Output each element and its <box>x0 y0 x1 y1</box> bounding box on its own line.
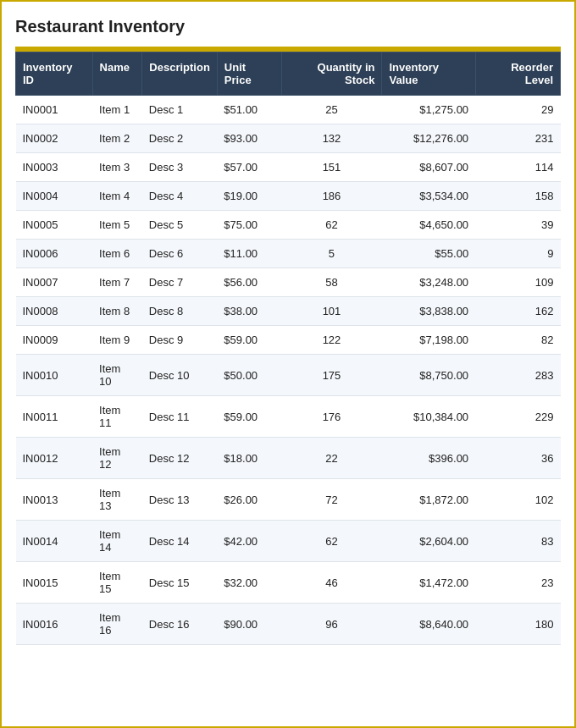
cell-desc: Desc 13 <box>142 479 218 521</box>
cell-unit-price: $59.00 <box>217 396 281 438</box>
cell-desc: Desc 5 <box>142 211 218 240</box>
table-row: IN0005Item 5Desc 5$75.0062$4,650.0039 <box>16 211 561 240</box>
cell-inv-value: $8,607.00 <box>382 153 475 182</box>
cell-inv-value: $55.00 <box>382 240 475 268</box>
cell-reorder: 162 <box>475 297 560 326</box>
table-row: IN0001Item 1Desc 1$51.0025$1,275.0029 <box>16 96 561 124</box>
cell-reorder: 109 <box>475 268 560 297</box>
table-row: IN0004Item 4Desc 4$19.00186$3,534.00158 <box>16 182 561 211</box>
cell-qty: 96 <box>281 604 382 645</box>
table-body: IN0001Item 1Desc 1$51.0025$1,275.0029IN0… <box>16 96 561 645</box>
cell-reorder: 114 <box>475 153 560 182</box>
col-header-desc: Description <box>142 52 218 96</box>
cell-reorder: 29 <box>475 96 560 124</box>
cell-inv-value: $8,750.00 <box>382 355 475 396</box>
cell-name: Item 1 <box>92 96 142 124</box>
cell-id: IN0013 <box>16 479 93 521</box>
cell-id: IN0004 <box>16 182 93 211</box>
table-row: IN0009Item 9Desc 9$59.00122$7,198.0082 <box>16 326 561 355</box>
cell-qty: 5 <box>281 240 382 268</box>
cell-inv-value: $7,198.00 <box>382 326 475 355</box>
cell-qty: 22 <box>281 438 382 479</box>
cell-unit-price: $56.00 <box>217 268 281 297</box>
cell-name: Item 8 <box>92 297 142 326</box>
cell-inv-value: $3,534.00 <box>382 182 475 211</box>
table-row: IN0016Item 16Desc 16$90.0096$8,640.00180 <box>16 604 561 645</box>
table-row: IN0006Item 6Desc 6$11.005$55.009 <box>16 240 561 268</box>
cell-qty: 176 <box>281 396 382 438</box>
cell-qty: 58 <box>281 268 382 297</box>
cell-unit-price: $57.00 <box>217 153 281 182</box>
cell-inv-value: $4,650.00 <box>382 211 475 240</box>
col-header-reorder: Reorder Level <box>475 52 560 96</box>
cell-desc: Desc 8 <box>142 297 218 326</box>
page-title: Restaurant Inventory <box>15 17 561 36</box>
cell-id: IN0007 <box>16 268 93 297</box>
table-row: IN0008Item 8Desc 8$38.00101$3,838.00162 <box>16 297 561 326</box>
cell-reorder: 39 <box>475 211 560 240</box>
cell-inv-value: $396.00 <box>382 438 475 479</box>
cell-unit-price: $75.00 <box>217 211 281 240</box>
cell-inv-value: $10,384.00 <box>382 396 475 438</box>
cell-id: IN0001 <box>16 96 93 124</box>
cell-reorder: 180 <box>475 604 560 645</box>
col-header-inv-value: Inventory Value <box>382 52 475 96</box>
cell-qty: 175 <box>281 355 382 396</box>
col-header-qty: Quantity in Stock <box>281 52 382 96</box>
cell-id: IN0010 <box>16 355 93 396</box>
cell-inv-value: $1,872.00 <box>382 479 475 521</box>
cell-id: IN0003 <box>16 153 93 182</box>
cell-name: Item 10 <box>92 355 142 396</box>
inventory-table: Inventory ID Name Description Unit Price… <box>15 52 561 645</box>
cell-qty: 62 <box>281 521 382 562</box>
cell-unit-price: $51.00 <box>217 96 281 124</box>
cell-desc: Desc 3 <box>142 153 218 182</box>
cell-inv-value: $1,472.00 <box>382 562 475 604</box>
cell-id: IN0015 <box>16 562 93 604</box>
table-row: IN0012Item 12Desc 12$18.0022$396.0036 <box>16 438 561 479</box>
cell-unit-price: $19.00 <box>217 182 281 211</box>
cell-desc: Desc 11 <box>142 396 218 438</box>
cell-inv-value: $1,275.00 <box>382 96 475 124</box>
cell-name: Item 7 <box>92 268 142 297</box>
cell-unit-price: $42.00 <box>217 521 281 562</box>
cell-id: IN0009 <box>16 326 93 355</box>
cell-unit-price: $50.00 <box>217 355 281 396</box>
cell-id: IN0014 <box>16 521 93 562</box>
table-row: IN0011Item 11Desc 11$59.00176$10,384.002… <box>16 396 561 438</box>
cell-inv-value: $8,640.00 <box>382 604 475 645</box>
cell-name: Item 11 <box>92 396 142 438</box>
cell-unit-price: $90.00 <box>217 604 281 645</box>
cell-inv-value: $12,276.00 <box>382 124 475 153</box>
cell-qty: 122 <box>281 326 382 355</box>
page-container: Restaurant Inventory Inventory ID Name D… <box>0 0 576 728</box>
cell-desc: Desc 15 <box>142 562 218 604</box>
cell-unit-price: $11.00 <box>217 240 281 268</box>
cell-inv-value: $3,838.00 <box>382 297 475 326</box>
cell-name: Item 14 <box>92 521 142 562</box>
cell-name: Item 4 <box>92 182 142 211</box>
cell-reorder: 229 <box>475 396 560 438</box>
cell-desc: Desc 16 <box>142 604 218 645</box>
table-row: IN0010Item 10Desc 10$50.00175$8,750.0028… <box>16 355 561 396</box>
col-header-unit-price: Unit Price <box>217 52 281 96</box>
cell-desc: Desc 14 <box>142 521 218 562</box>
cell-name: Item 2 <box>92 124 142 153</box>
cell-name: Item 15 <box>92 562 142 604</box>
cell-desc: Desc 7 <box>142 268 218 297</box>
cell-qty: 25 <box>281 96 382 124</box>
table-row: IN0003Item 3Desc 3$57.00151$8,607.00114 <box>16 153 561 182</box>
cell-name: Item 9 <box>92 326 142 355</box>
cell-reorder: 283 <box>475 355 560 396</box>
col-header-id: Inventory ID <box>16 52 93 96</box>
cell-qty: 186 <box>281 182 382 211</box>
cell-reorder: 231 <box>475 124 560 153</box>
cell-unit-price: $38.00 <box>217 297 281 326</box>
table-row: IN0014Item 14Desc 14$42.0062$2,604.0083 <box>16 521 561 562</box>
cell-unit-price: $18.00 <box>217 438 281 479</box>
cell-reorder: 23 <box>475 562 560 604</box>
cell-qty: 46 <box>281 562 382 604</box>
cell-name: Item 6 <box>92 240 142 268</box>
cell-unit-price: $32.00 <box>217 562 281 604</box>
cell-desc: Desc 2 <box>142 124 218 153</box>
